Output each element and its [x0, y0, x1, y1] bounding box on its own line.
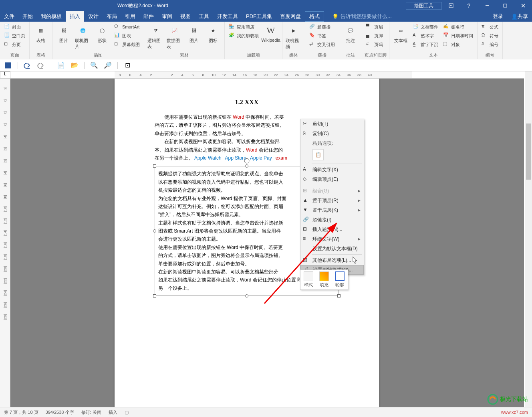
material-pic-button[interactable]: 🖼图片	[185, 22, 203, 45]
resize-handle[interactable]	[153, 294, 156, 298]
tab-file[interactable]: 文件	[0, 11, 18, 22]
redo-button[interactable]	[37, 61, 45, 69]
share-button[interactable]: 👤共享	[507, 11, 532, 22]
resize-handle[interactable]	[337, 294, 341, 298]
tab-references[interactable]: 引用	[121, 11, 139, 22]
number-button[interactable]: #编号	[480, 40, 500, 49]
tab-tools[interactable]: 工具	[195, 11, 213, 22]
mini-fill-button[interactable]: 填充	[319, 271, 329, 288]
menu-default-textbox[interactable]: 设置为默认文本框(D)	[300, 244, 364, 253]
hyperlink-button[interactable]: 🔗超链接	[308, 22, 337, 31]
minimize-button[interactable]	[478, 0, 496, 11]
menu-hyperlink[interactable]: 🔗超链接(I)	[300, 215, 364, 225]
wikipedia-button[interactable]: WWikipedia	[262, 22, 280, 44]
tab-view[interactable]: 视图	[176, 11, 195, 22]
screenshot-button[interactable]: ⊡屏幕截图	[113, 40, 141, 49]
footer-button[interactable]: ▄页脚	[365, 31, 385, 40]
close-button[interactable]	[514, 0, 532, 11]
ribbon-group-addins: 加载项	[227, 51, 280, 59]
resize-handle[interactable]	[153, 229, 156, 233]
material-icon-button[interactable]: ★图标	[204, 22, 222, 45]
tab-design[interactable]: 设计	[84, 11, 103, 22]
insert-mode[interactable]: 插入	[109, 409, 117, 415]
wordart-button[interactable]: A艺术字	[411, 31, 440, 40]
my-addins-button[interactable]: 🧩我的加载项	[227, 31, 260, 40]
date-time-button[interactable]: 📅日期和时间	[441, 31, 475, 40]
tab-template[interactable]: 我的模板	[37, 11, 66, 22]
menu-cut[interactable]: ✂剪切(T)	[300, 119, 364, 129]
header-button[interactable]: ▀页眉	[365, 22, 385, 31]
undo-button[interactable]	[24, 61, 32, 69]
tab-pdf[interactable]: PDF工具集	[242, 11, 276, 22]
text-box-button[interactable]: ▭文本框	[392, 22, 409, 45]
save-button[interactable]	[4, 61, 12, 69]
menu-edit-points[interactable]: ◇编辑顶点(E)	[300, 174, 364, 184]
symbol-button[interactable]: Ω符号	[480, 31, 500, 40]
tab-format[interactable]: 格式	[305, 11, 324, 22]
online-picture-button[interactable]: 🌐联机图片	[74, 22, 92, 51]
comment-button[interactable]: 💬批注	[342, 22, 359, 45]
menu-wrap-text[interactable]: ≡环绕文字(W)▶	[300, 234, 364, 244]
app-store-button[interactable]: 🏪应用商店	[227, 22, 260, 31]
page-number-button[interactable]: #页码	[365, 40, 385, 49]
open-button[interactable]: 📂	[71, 61, 79, 69]
page-count[interactable]: 第 7 页，共 10 页	[4, 409, 38, 415]
cross-ref-button[interactable]: ⇄交叉引用	[308, 40, 337, 49]
help-icon[interactable]: ?	[460, 0, 478, 11]
tell-me-search[interactable]: 💡 告诉我您想要做什么...	[332, 13, 392, 20]
tab-home[interactable]: 开始	[18, 11, 37, 22]
equation-button[interactable]: π公式	[480, 22, 500, 31]
page-break-button[interactable]: ⊟分页	[2, 40, 27, 49]
picture-button[interactable]: 🖼图片	[55, 22, 73, 45]
menu-insert-caption[interactable]: ⊟插入题注(N)...	[300, 225, 364, 234]
tab-review[interactable]: 审阅	[158, 11, 176, 22]
smartart-button[interactable]: ⬡SmartArt	[113, 22, 141, 31]
doc-parts-button[interactable]: 📑文档部件	[411, 22, 440, 31]
word-count[interactable]: 394/2538 个字	[46, 409, 74, 415]
object-button[interactable]: ⬚对象	[441, 40, 475, 49]
menu-bring-front[interactable]: ▲置于顶层(R)▶	[300, 196, 364, 205]
tab-layout[interactable]: 布局	[103, 11, 121, 22]
chart-button[interactable]: 📊图表	[113, 31, 141, 40]
ribbon-group-tables: 表格	[32, 51, 50, 59]
horizontal-ruler[interactable]: 8642246810121416182022242628303234363840	[10, 71, 524, 79]
vertical-scrollbar[interactable]	[525, 71, 532, 407]
bookmark-button[interactable]: 🔖书签	[308, 31, 337, 40]
tab-mailings[interactable]: 邮件	[139, 11, 158, 22]
signature-line-button[interactable]: ✍签名行	[441, 22, 475, 31]
macro-record-icon[interactable]: ▢	[125, 410, 129, 415]
tab-developer[interactable]: 开发工具	[213, 11, 242, 22]
blank-page-button[interactable]: 📃空白页	[2, 31, 27, 40]
paste-option-button[interactable]: 📋	[312, 149, 324, 160]
dropcap-button[interactable]: A̲首字下沉	[411, 40, 440, 49]
shapes-button[interactable]: ◯形状	[93, 22, 111, 45]
zoom-out-button[interactable]: 🔎	[104, 61, 112, 69]
track-changes-status[interactable]: 修订: 关闭	[81, 409, 101, 415]
tab-insert[interactable]: 插入	[66, 11, 84, 22]
scrollbar-thumb[interactable]	[526, 123, 531, 180]
resize-handle[interactable]	[245, 164, 248, 168]
vertical-ruler[interactable]: |2||0||8||6||4||2||2||4||6||8||10||12||1…	[0, 79, 10, 407]
mini-style-button[interactable]: 样式	[304, 271, 313, 288]
resize-handle[interactable]	[245, 294, 248, 298]
tab-baidu[interactable]: 百度网盘	[276, 11, 305, 22]
resize-handle[interactable]	[153, 164, 156, 168]
menu-send-back[interactable]: ▼置于底层(K)▶	[300, 205, 364, 215]
table-button[interactable]: ▦表格	[32, 22, 50, 45]
ruler-corner[interactable]: L	[0, 71, 10, 79]
mini-outline-button[interactable]: 轮廓	[335, 271, 345, 288]
cover-page-button[interactable]: 📄封面	[2, 22, 27, 31]
rotate-handle-icon[interactable]	[244, 158, 250, 164]
logic-chart-button[interactable]: ⧩逻辑图表	[147, 22, 164, 51]
login-button[interactable]: 登录	[489, 11, 507, 22]
ribbon-options-icon[interactable]	[442, 0, 460, 11]
zoom-in-button[interactable]: 🔍	[90, 61, 98, 69]
data-chart-button[interactable]: 📈数据图表	[166, 22, 183, 51]
new-doc-button[interactable]: 📄	[57, 61, 65, 69]
menu-copy[interactable]: ⎘复制(C)	[300, 129, 364, 138]
maximize-button[interactable]	[496, 0, 514, 11]
online-video-button[interactable]: ▶联机视频	[285, 22, 302, 51]
menu-edit-text[interactable]: A编辑文字(X)	[300, 165, 364, 174]
ribbon-group-text: 文本	[392, 51, 475, 59]
insert-screenshot-button[interactable]: ⊡	[123, 61, 131, 69]
